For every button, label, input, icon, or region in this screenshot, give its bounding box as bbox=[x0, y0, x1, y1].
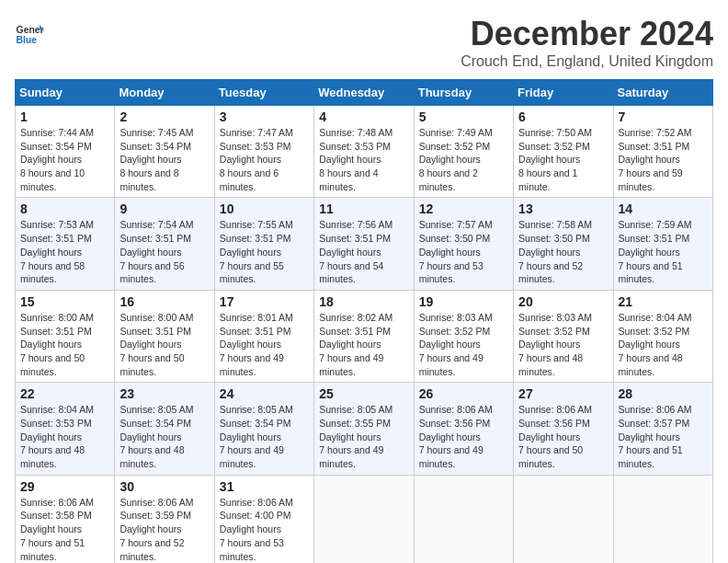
day-cell-29: 29 Sunrise: 8:06 AM Sunset: 3:58 PM Dayl… bbox=[16, 475, 115, 563]
day-info: Sunrise: 7:45 AM Sunset: 3:54 PM Dayligh… bbox=[119, 126, 209, 193]
day-cell-23: 23 Sunrise: 8:05 AM Sunset: 3:54 PM Dayl… bbox=[115, 383, 214, 475]
svg-text:Blue: Blue bbox=[17, 35, 38, 45]
day-cell-22: 22 Sunrise: 8:04 AM Sunset: 3:53 PM Dayl… bbox=[16, 383, 115, 475]
day-cell-9: 9 Sunrise: 7:54 AM Sunset: 3:51 PM Dayli… bbox=[115, 198, 214, 290]
day-number: 19 bbox=[419, 294, 508, 309]
day-info: Sunrise: 8:06 AM Sunset: 3:59 PM Dayligh… bbox=[119, 496, 209, 563]
day-cell-12: 12 Sunrise: 7:57 AM Sunset: 3:50 PM Dayl… bbox=[414, 198, 513, 290]
day-number: 15 bbox=[20, 294, 109, 309]
empty-cell bbox=[514, 475, 613, 563]
day-cell-14: 14 Sunrise: 7:59 AM Sunset: 3:51 PM Dayl… bbox=[613, 198, 712, 290]
day-number: 30 bbox=[119, 479, 209, 494]
day-cell-5: 5 Sunrise: 7:49 AM Sunset: 3:52 PM Dayli… bbox=[414, 106, 513, 198]
day-info: Sunrise: 8:06 AM Sunset: 3:56 PM Dayligh… bbox=[419, 403, 508, 470]
day-number: 5 bbox=[419, 109, 508, 124]
day-number: 27 bbox=[518, 386, 608, 401]
day-cell-26: 26 Sunrise: 8:06 AM Sunset: 3:56 PM Dayl… bbox=[414, 383, 513, 475]
header-friday: Friday bbox=[514, 80, 613, 106]
day-cell-1: 1 Sunrise: 7:44 AM Sunset: 3:54 PM Dayli… bbox=[16, 106, 115, 198]
day-number: 12 bbox=[419, 201, 508, 216]
day-number: 22 bbox=[20, 386, 109, 401]
day-info: Sunrise: 7:55 AM Sunset: 3:51 PM Dayligh… bbox=[220, 218, 309, 285]
day-info: Sunrise: 8:05 AM Sunset: 3:54 PM Dayligh… bbox=[220, 403, 309, 470]
day-number: 9 bbox=[119, 201, 209, 216]
day-info: Sunrise: 8:00 AM Sunset: 3:51 PM Dayligh… bbox=[119, 311, 209, 378]
day-number: 17 bbox=[220, 294, 309, 309]
day-number: 31 bbox=[220, 479, 309, 494]
calendar-week-row: 15 Sunrise: 8:00 AM Sunset: 3:51 PM Dayl… bbox=[16, 290, 713, 382]
calendar-week-row: 1 Sunrise: 7:44 AM Sunset: 3:54 PM Dayli… bbox=[16, 106, 713, 198]
day-cell-2: 2 Sunrise: 7:45 AM Sunset: 3:54 PM Dayli… bbox=[115, 106, 214, 198]
day-cell-25: 25 Sunrise: 8:05 AM Sunset: 3:55 PM Dayl… bbox=[314, 383, 414, 475]
day-info: Sunrise: 8:06 AM Sunset: 4:00 PM Dayligh… bbox=[220, 496, 309, 563]
day-number: 1 bbox=[20, 109, 109, 124]
calendar-week-row: 8 Sunrise: 7:53 AM Sunset: 3:51 PM Dayli… bbox=[16, 198, 713, 290]
header-thursday: Thursday bbox=[414, 80, 513, 106]
day-number: 28 bbox=[619, 386, 708, 401]
day-number: 10 bbox=[220, 201, 309, 216]
day-info: Sunrise: 7:44 AM Sunset: 3:54 PM Dayligh… bbox=[20, 126, 109, 193]
day-info: Sunrise: 8:06 AM Sunset: 3:58 PM Dayligh… bbox=[20, 496, 109, 563]
day-info: Sunrise: 8:06 AM Sunset: 3:57 PM Dayligh… bbox=[619, 403, 708, 470]
day-number: 6 bbox=[518, 109, 608, 124]
day-cell-27: 27 Sunrise: 8:06 AM Sunset: 3:56 PM Dayl… bbox=[514, 383, 613, 475]
page-header: General Blue December 2024 Crouch End, E… bbox=[15, 15, 713, 70]
day-info: Sunrise: 7:53 AM Sunset: 3:51 PM Dayligh… bbox=[20, 218, 109, 285]
day-info: Sunrise: 7:54 AM Sunset: 3:51 PM Dayligh… bbox=[119, 218, 209, 285]
title-area: December 2024 Crouch End, England, Unite… bbox=[461, 15, 713, 70]
calendar-header-row: Sunday Monday Tuesday Wednesday Thursday… bbox=[16, 80, 713, 106]
day-info: Sunrise: 8:05 AM Sunset: 3:55 PM Dayligh… bbox=[319, 403, 408, 470]
day-cell-19: 19 Sunrise: 8:03 AM Sunset: 3:52 PM Dayl… bbox=[414, 290, 513, 382]
day-info: Sunrise: 7:52 AM Sunset: 3:51 PM Dayligh… bbox=[619, 126, 708, 193]
day-info: Sunrise: 7:57 AM Sunset: 3:50 PM Dayligh… bbox=[419, 218, 508, 285]
day-number: 29 bbox=[20, 479, 109, 494]
header-tuesday: Tuesday bbox=[214, 80, 313, 106]
day-cell-30: 30 Sunrise: 8:06 AM Sunset: 3:59 PM Dayl… bbox=[115, 475, 214, 563]
calendar-week-row: 22 Sunrise: 8:04 AM Sunset: 3:53 PM Dayl… bbox=[16, 383, 713, 475]
day-number: 24 bbox=[220, 386, 309, 401]
day-number: 7 bbox=[619, 109, 708, 124]
day-number: 2 bbox=[119, 109, 209, 124]
day-info: Sunrise: 8:04 AM Sunset: 3:53 PM Dayligh… bbox=[20, 403, 109, 470]
day-cell-11: 11 Sunrise: 7:56 AM Sunset: 3:51 PM Dayl… bbox=[314, 198, 414, 290]
day-cell-18: 18 Sunrise: 8:02 AM Sunset: 3:51 PM Dayl… bbox=[314, 290, 414, 382]
header-saturday: Saturday bbox=[613, 80, 712, 106]
header-wednesday: Wednesday bbox=[314, 80, 414, 106]
day-cell-21: 21 Sunrise: 8:04 AM Sunset: 3:52 PM Dayl… bbox=[613, 290, 712, 382]
month-title: December 2024 bbox=[461, 15, 713, 53]
empty-cell bbox=[414, 475, 513, 563]
day-number: 26 bbox=[419, 386, 508, 401]
day-cell-8: 8 Sunrise: 7:53 AM Sunset: 3:51 PM Dayli… bbox=[16, 198, 115, 290]
day-cell-17: 17 Sunrise: 8:01 AM Sunset: 3:51 PM Dayl… bbox=[214, 290, 313, 382]
empty-cell bbox=[613, 475, 712, 563]
day-info: Sunrise: 7:58 AM Sunset: 3:50 PM Dayligh… bbox=[518, 218, 608, 285]
day-info: Sunrise: 7:47 AM Sunset: 3:53 PM Dayligh… bbox=[220, 126, 309, 193]
day-number: 20 bbox=[518, 294, 608, 309]
day-number: 13 bbox=[518, 201, 608, 216]
logo: General Blue bbox=[15, 18, 48, 48]
day-info: Sunrise: 8:04 AM Sunset: 3:52 PM Dayligh… bbox=[619, 311, 708, 378]
day-info: Sunrise: 8:06 AM Sunset: 3:56 PM Dayligh… bbox=[518, 403, 608, 470]
day-info: Sunrise: 8:02 AM Sunset: 3:51 PM Dayligh… bbox=[319, 311, 408, 378]
calendar-table: Sunday Monday Tuesday Wednesday Thursday… bbox=[15, 79, 713, 563]
day-number: 14 bbox=[619, 201, 708, 216]
day-cell-3: 3 Sunrise: 7:47 AM Sunset: 3:53 PM Dayli… bbox=[214, 106, 313, 198]
day-cell-24: 24 Sunrise: 8:05 AM Sunset: 3:54 PM Dayl… bbox=[214, 383, 313, 475]
empty-cell bbox=[314, 475, 414, 563]
day-number: 11 bbox=[319, 201, 408, 216]
day-cell-10: 10 Sunrise: 7:55 AM Sunset: 3:51 PM Dayl… bbox=[214, 198, 313, 290]
day-number: 3 bbox=[220, 109, 309, 124]
day-info: Sunrise: 8:05 AM Sunset: 3:54 PM Dayligh… bbox=[119, 403, 209, 470]
day-info: Sunrise: 7:49 AM Sunset: 3:52 PM Dayligh… bbox=[419, 126, 508, 193]
header-monday: Monday bbox=[115, 80, 214, 106]
location-subtitle: Crouch End, England, United Kingdom bbox=[461, 53, 713, 70]
day-cell-4: 4 Sunrise: 7:48 AM Sunset: 3:53 PM Dayli… bbox=[314, 106, 414, 198]
day-cell-6: 6 Sunrise: 7:50 AM Sunset: 3:52 PM Dayli… bbox=[514, 106, 613, 198]
day-cell-20: 20 Sunrise: 8:03 AM Sunset: 3:52 PM Dayl… bbox=[514, 290, 613, 382]
day-info: Sunrise: 7:56 AM Sunset: 3:51 PM Dayligh… bbox=[319, 218, 408, 285]
day-number: 25 bbox=[319, 386, 408, 401]
day-number: 8 bbox=[20, 201, 109, 216]
day-info: Sunrise: 8:00 AM Sunset: 3:51 PM Dayligh… bbox=[20, 311, 109, 378]
day-number: 16 bbox=[119, 294, 209, 309]
day-info: Sunrise: 7:48 AM Sunset: 3:53 PM Dayligh… bbox=[319, 126, 408, 193]
